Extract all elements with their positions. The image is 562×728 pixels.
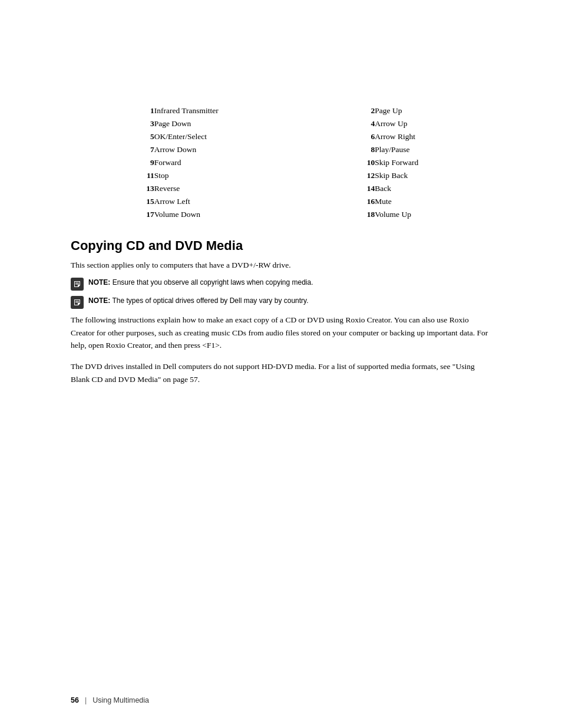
list-item-label: Arrow Left xyxy=(154,197,292,206)
list-item-num: 12 xyxy=(292,171,375,180)
list-item-label: Volume Down xyxy=(154,210,292,219)
note-icon-1 xyxy=(71,278,84,291)
footer-divider: | xyxy=(85,696,87,704)
list-item-num: 3 xyxy=(71,119,154,129)
note-text-1: NOTE: Ensure that you observe all copyri… xyxy=(88,277,313,288)
list-item-label: Infrared Transmitter xyxy=(154,106,292,116)
list-item-label: Page Down xyxy=(154,119,292,129)
list-item-label: Arrow Down xyxy=(154,145,292,154)
list-item-num: 4 xyxy=(292,119,375,129)
intro-text: This section applies only to computers t… xyxy=(71,259,491,271)
list-item-num: 9 xyxy=(71,158,154,167)
note-block-1: NOTE: Ensure that you observe all copyri… xyxy=(71,277,491,291)
note-text-2: NOTE: The types of optical drives offere… xyxy=(88,295,309,306)
list-item-label: Play/Pause xyxy=(375,145,491,154)
note-block-2: NOTE: The types of optical drives offere… xyxy=(71,295,491,309)
list-item-num: 10 xyxy=(292,158,375,167)
list-item-num: 14 xyxy=(292,184,375,193)
list-item-num: 5 xyxy=(71,132,154,141)
list-item-num: 16 xyxy=(292,197,375,206)
list-item-num: 2 xyxy=(292,106,375,116)
list-item-label: Forward xyxy=(154,158,292,167)
list-item-num: 13 xyxy=(71,184,154,193)
list-item-label: Page Up xyxy=(375,106,491,116)
list-item-label: Back xyxy=(375,184,491,193)
list-item-num: 11 xyxy=(71,171,154,180)
note-icon-2 xyxy=(71,296,84,309)
list-item-label: Arrow Right xyxy=(375,132,491,141)
list-item-label: Reverse xyxy=(154,184,292,193)
list-item-num: 7 xyxy=(71,145,154,154)
list-item-label: Mute xyxy=(375,197,491,206)
list-item-num: 1 xyxy=(71,106,154,116)
list-item-label: OK/Enter/Select xyxy=(154,132,292,141)
numbered-list: 1Infrared Transmitter2Page Up3Page Down4… xyxy=(71,106,491,219)
footer-section-label: Using Multimedia xyxy=(92,696,149,704)
list-item-num: 17 xyxy=(71,210,154,219)
list-item-label: Arrow Up xyxy=(375,119,491,129)
list-item-label: Skip Forward xyxy=(375,158,491,167)
list-item-label: Stop xyxy=(154,171,292,180)
list-item-num: 6 xyxy=(292,132,375,141)
list-item-num: 18 xyxy=(292,210,375,219)
body-text-2: The DVD drives installed in Dell compute… xyxy=(71,360,491,386)
list-item-label: Skip Back xyxy=(375,171,491,180)
page-number: 56 xyxy=(71,696,79,704)
section-title: Copying CD and DVD Media xyxy=(71,238,491,253)
list-item-label: Volume Up xyxy=(375,210,491,219)
list-item-num: 15 xyxy=(71,197,154,206)
list-item-num: 8 xyxy=(292,145,375,154)
body-text-1: The following instructions explain how t… xyxy=(71,314,491,352)
footer: 56 | Using Multimedia xyxy=(71,696,491,704)
